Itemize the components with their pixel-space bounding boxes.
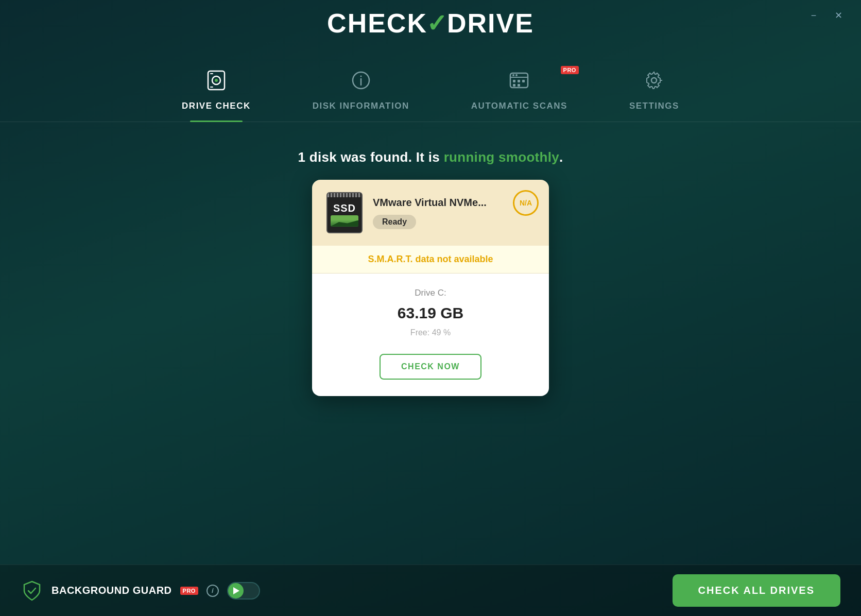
footer: BACKGROUND GUARD PRO i CHECK ALL DRIVES: [0, 564, 861, 616]
svg-rect-4: [210, 87, 213, 88]
svg-rect-13: [518, 80, 520, 82]
nav-label-settings: SETTINGS: [629, 101, 679, 111]
svg-rect-3: [210, 73, 213, 74]
smart-message: S.M.A.R.T. data not available: [368, 254, 493, 264]
status-suffix: .: [559, 149, 563, 165]
bg-guard-label: BACKGROUND GUARD: [51, 585, 172, 596]
svg-rect-15: [513, 84, 515, 87]
ssd-landscape-graphic: [331, 215, 358, 227]
ssd-top-bar: [328, 193, 361, 197]
disk-information-icon: [348, 67, 374, 94]
pro-badge-automatic-scans: PRO: [561, 66, 579, 74]
svg-point-2: [215, 79, 218, 82]
check-now-button[interactable]: CHECK NOW: [380, 354, 481, 380]
svg-point-11: [515, 74, 518, 76]
drive-check-icon: [203, 67, 230, 94]
drive-letter: Drive C:: [415, 288, 446, 298]
drive-free: Free: 49 %: [410, 328, 451, 337]
header: CHECK ✓ DRIVE: [0, 8, 861, 39]
svg-point-10: [512, 74, 514, 76]
disk-info: VMware Virtual NVMe... Ready: [373, 197, 535, 229]
main-content: 1 disk was found. It is running smoothly…: [0, 149, 861, 564]
status-message: 1 disk was found. It is running smoothly…: [298, 149, 563, 165]
nav-item-settings[interactable]: SETTINGS: [598, 57, 710, 122]
svg-rect-12: [513, 80, 515, 82]
disk-name: VMware Virtual NVMe...: [373, 197, 535, 209]
status-smooth: running smoothly: [444, 149, 559, 165]
info-icon[interactable]: i: [206, 585, 219, 597]
nav-label-drive-check: DRIVE CHECK: [182, 101, 251, 111]
svg-point-17: [651, 78, 657, 83]
status-prefix: 1 disk was found. It is: [298, 149, 443, 165]
background-guard-section: BACKGROUND GUARD PRO i: [21, 579, 260, 602]
nav-label-automatic-scans: AUTOMATIC SCANS: [471, 101, 567, 111]
logo-check-text: CHECK: [327, 8, 427, 39]
toggle-play-icon: [233, 587, 239, 594]
na-badge: N/A: [513, 190, 539, 216]
drive-size: 63.19 GB: [398, 304, 463, 322]
disk-card: SSD VMware Virtual NVMe... Ready N/A S.M…: [312, 180, 549, 396]
background-guard-toggle[interactable]: [227, 582, 260, 600]
disk-card-body: Drive C: 63.19 GB Free: 49 % CHECK NOW: [312, 273, 549, 396]
nav-item-automatic-scans[interactable]: PRO AUTOMATIC SCANS: [440, 57, 598, 122]
nav-label-disk-information: DISK INFORMATION: [313, 101, 409, 111]
ssd-label-text: SSD: [333, 202, 356, 214]
disk-card-smart: S.M.A.R.T. data not available: [312, 246, 549, 273]
check-all-drives-button[interactable]: CHECK ALL DRIVES: [673, 574, 840, 607]
disk-status-badge: Ready: [373, 215, 416, 229]
logo-checkmark-icon: ✓: [426, 9, 448, 38]
disk-card-top: SSD VMware Virtual NVMe... Ready N/A: [312, 180, 549, 246]
settings-icon: [641, 67, 667, 94]
svg-point-7: [360, 76, 361, 77]
logo-drive-text: DRIVE: [447, 8, 534, 39]
svg-rect-14: [522, 80, 525, 82]
shield-icon: [21, 579, 43, 602]
pro-badge-footer: PRO: [180, 587, 198, 595]
app-logo: CHECK ✓ DRIVE: [327, 8, 534, 39]
ssd-icon: SSD: [326, 192, 363, 233]
nav-item-drive-check[interactable]: DRIVE CHECK: [151, 57, 282, 122]
automatic-scans-icon: [506, 67, 532, 94]
navigation: DRIVE CHECK DISK INFORMATION: [0, 57, 861, 122]
nav-item-disk-information[interactable]: DISK INFORMATION: [282, 57, 440, 122]
toggle-thumb: [228, 583, 244, 598]
svg-rect-16: [518, 84, 520, 87]
